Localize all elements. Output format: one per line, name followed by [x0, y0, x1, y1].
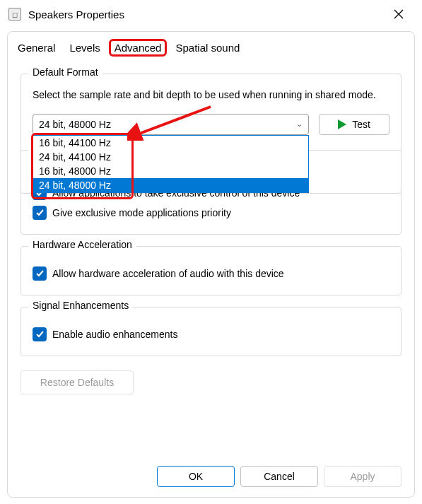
sample-rate-option[interactable]: 24 bit, 48000 Hz [33, 178, 308, 192]
ok-button[interactable]: OK [157, 466, 235, 487]
close-icon [394, 9, 404, 19]
titlebar: Speakers Properties [0, 0, 422, 28]
hardware-acceleration-group: Hardware Acceleration Allow hardware acc… [20, 246, 402, 295]
exclusive-priority-label: Give exclusive mode applications priorit… [52, 207, 231, 218]
cancel-button[interactable]: Cancel [240, 466, 318, 487]
tab-strip: General Levels Advanced Spatial sound [8, 35, 414, 57]
sample-rate-option[interactable]: 16 bit, 44100 Hz [33, 136, 308, 150]
check-icon [35, 269, 45, 278]
sample-rate-dropdown: 16 bit, 44100 Hz 24 bit, 44100 Hz 16 bit… [33, 135, 309, 193]
hardware-accel-label: Allow hardware acceleration of audio wit… [52, 268, 284, 279]
apply-button[interactable]: Apply [324, 466, 402, 487]
tab-spatial-sound[interactable]: Spatial sound [170, 39, 245, 57]
exclusive-priority-checkbox[interactable] [33, 206, 47, 220]
test-button-label: Test [352, 119, 370, 130]
restore-defaults-button[interactable]: Restore Defaults [20, 370, 134, 394]
window-title: Speakers Properties [28, 8, 384, 20]
sample-rate-option[interactable]: 16 bit, 48000 Hz [33, 164, 308, 178]
default-format-description: Select the sample rate and bit depth to … [33, 88, 389, 102]
check-icon [35, 329, 45, 339]
play-icon [338, 119, 346, 129]
check-icon [35, 208, 45, 217]
hardware-acceleration-title: Hardware Acceleration [28, 239, 136, 250]
tab-levels[interactable]: Levels [64, 39, 105, 57]
sample-rate-option[interactable]: 24 bit, 44100 Hz [33, 150, 308, 164]
dialog-footer: OK Cancel Apply [157, 466, 402, 487]
signal-enhancements-title: Signal Enhancements [28, 300, 133, 311]
sample-rate-selected-value: 24 bit, 48000 Hz [39, 119, 111, 130]
speaker-icon [8, 8, 21, 20]
audio-enhancements-label: Enable audio enhancements [52, 329, 177, 340]
properties-window: Speakers Properties General Levels Advan… [0, 0, 422, 504]
sample-rate-select[interactable]: 24 bit, 48000 Hz ⌄ [33, 114, 309, 135]
content-panel: General Levels Advanced Spatial sound De… [7, 31, 415, 498]
audio-enhancements-checkbox[interactable] [33, 327, 47, 341]
close-button[interactable] [384, 3, 414, 25]
default-format-title: Default Format [28, 66, 102, 78]
tab-advanced[interactable]: Advanced [109, 39, 168, 57]
signal-enhancements-group: Signal Enhancements Enable audio enhance… [20, 307, 402, 356]
chevron-down-icon: ⌄ [296, 119, 303, 129]
test-button[interactable]: Test [319, 114, 389, 135]
restore-defaults-label: Restore Defaults [40, 377, 114, 388]
tab-general[interactable]: General [12, 39, 61, 57]
hardware-accel-checkbox[interactable] [33, 266, 47, 281]
